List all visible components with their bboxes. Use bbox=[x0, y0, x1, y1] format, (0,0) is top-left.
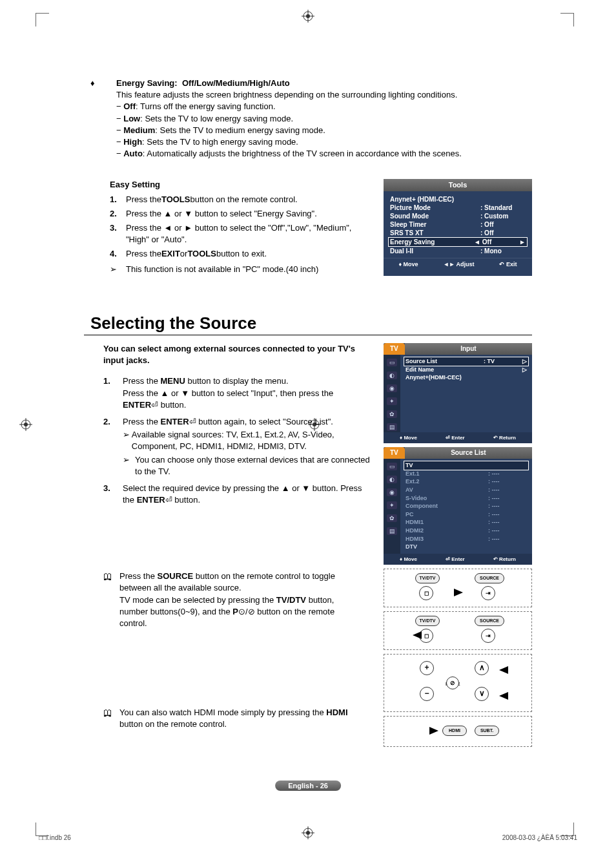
arrow-right-icon bbox=[429, 727, 438, 735]
step: 1.Press the MENU button to display the m… bbox=[103, 375, 371, 411]
tools-osd-rows: Anynet+ (HDMI-CEC)Picture Mode: Standard… bbox=[384, 191, 532, 258]
manual-page: ♦ Energy Saving: Off/Low/Medium/High/Aut… bbox=[0, 0, 616, 849]
sound-category-icon: ◉ bbox=[387, 488, 397, 496]
tools-row: Energy Saving◄ Off► bbox=[388, 237, 528, 247]
tools-row: SRS TS XT: Off bbox=[390, 229, 526, 237]
osd-row: Source List: TV▷ bbox=[404, 357, 528, 366]
picture-category-icon: ◐ bbox=[387, 476, 397, 483]
digital-category-icon: ▤ bbox=[387, 527, 397, 535]
setup-category-icon: ✿ bbox=[387, 514, 397, 522]
easy-setting-heading: Easy Setting bbox=[110, 179, 371, 191]
tools-osd-title: Tools bbox=[384, 179, 532, 191]
step: 3.Select the required device by pressing… bbox=[103, 483, 371, 506]
easy-setting-note: ➢ This function is not available in "PC"… bbox=[110, 264, 371, 275]
osd-row: Edit Name▷ bbox=[406, 366, 527, 374]
source-round-button[interactable]: ⇥ bbox=[481, 586, 495, 600]
osd-category-icons: ▭ ◐ ◉ ✦ ✿ ▤ bbox=[384, 459, 400, 554]
osd-row: Ext.1: ---- bbox=[406, 470, 527, 478]
diamond-bullet-icon: ♦ bbox=[84, 78, 116, 160]
selecting-source-body: You can select among external sources co… bbox=[84, 343, 532, 747]
remote-tvdtv-source-2: TV/DTV ◻ SOURCE ⇥ bbox=[384, 611, 532, 650]
arrow-right-icon bbox=[454, 589, 463, 596]
tvdtv-round-button[interactable]: ◻ bbox=[419, 586, 433, 600]
tools-row: Picture Mode: Standard bbox=[390, 204, 526, 212]
osd-row: HDMI1: ---- bbox=[406, 518, 527, 527]
energy-saving-options: − Off: Turns off the energy saving funct… bbox=[116, 101, 532, 160]
arrow-left-icon bbox=[499, 666, 508, 674]
osd-row: AV: ---- bbox=[406, 486, 527, 494]
ch-down-button[interactable]: ∨ bbox=[475, 687, 489, 701]
energy-saving-option: − Auto: Automatically adjusts the bright… bbox=[116, 148, 532, 160]
selecting-source-heading: Selecting the Source bbox=[84, 311, 532, 335]
remote-hdmi: HDMI SUBT. bbox=[384, 716, 532, 747]
osd-row: PC: ---- bbox=[406, 510, 527, 519]
osd-row: S-Video: ---- bbox=[406, 494, 527, 503]
easy-setting-steps: 1.Press the TOOLS button on the remote c… bbox=[110, 194, 371, 262]
channel-category-icon: ✦ bbox=[387, 397, 397, 405]
return-hint: ↶ Return bbox=[493, 434, 516, 441]
step: 3.Press the ◄ or ► button to select the … bbox=[110, 222, 371, 247]
setup-category-icon: ✿ bbox=[387, 410, 397, 418]
footer-timestamp: 2008-03-03 ¿ÀÈÄ 5:03:41 bbox=[502, 834, 577, 841]
osd-row: HDMI3: ---- bbox=[406, 535, 527, 543]
energy-saving-section: ♦ Energy Saving: Off/Low/Medium/High/Aut… bbox=[84, 78, 532, 160]
osd-rows: TVExt.1: ----Ext.2: ----AV: ----S-Video:… bbox=[400, 459, 532, 554]
channel-category-icon: ✦ bbox=[387, 501, 397, 509]
tools-row: Sleep Timer: Off bbox=[390, 220, 526, 229]
move-hint: ♦ Move bbox=[400, 556, 417, 563]
mute-button[interactable]: ⊘ bbox=[446, 676, 459, 689]
arrow-left-icon bbox=[413, 631, 422, 639]
source-note-2: 🕮 You can also watch HDMI mode simply by… bbox=[103, 707, 371, 730]
move-hint: ♦ Move bbox=[400, 434, 417, 441]
source-button-label[interactable]: SOURCE bbox=[475, 616, 504, 626]
energy-saving-desc: This feature adjusts the screen brightne… bbox=[116, 89, 532, 101]
vol-up-button[interactable]: + bbox=[420, 661, 434, 675]
source-button-label[interactable]: SOURCE bbox=[475, 573, 504, 583]
tvdtv-button[interactable]: TV/DTV bbox=[415, 573, 440, 583]
picture-category-icon: ◐ bbox=[387, 372, 397, 379]
tools-row: Anynet+ (HDMI-CEC) bbox=[390, 195, 526, 204]
arrow-left-icon bbox=[499, 692, 508, 700]
step: 1.Press the TOOLS button on the remote c… bbox=[110, 194, 371, 207]
remote-note-icon: 🕮 bbox=[103, 571, 119, 629]
digital-category-icon: ▤ bbox=[387, 423, 397, 431]
input-osd: TV Input ▭ ◐ ◉ ✦ ✿ ▤ Source List: TV▷Edi… bbox=[384, 343, 532, 443]
selecting-source-intro: You can select among external sources co… bbox=[103, 343, 371, 366]
step: 2.Press the ▲ or ▼ button to select "Ene… bbox=[110, 208, 371, 221]
footer-file-info: □□i.indb 26 bbox=[39, 834, 71, 841]
osd-row: DTV bbox=[406, 543, 527, 551]
ch-up-button[interactable]: ∧ bbox=[475, 661, 489, 675]
osd-footer: ♦ Move ⏎ Enter ↶ Return bbox=[384, 432, 532, 443]
source-note-1: 🕮 Press the SOURCE button on the remote … bbox=[103, 571, 371, 629]
subt-button[interactable]: SUBT. bbox=[475, 726, 499, 736]
osd-title: Source List bbox=[405, 447, 532, 459]
step: 4.Press the EXIT or TOOLS button to exit… bbox=[110, 248, 371, 261]
source-list-osd: TV Source List ▭ ◐ ◉ ✦ ✿ ▤ TVExt.1: ----… bbox=[384, 447, 532, 565]
osd-title: Input bbox=[405, 343, 532, 355]
energy-saving-option: − Off: Turns off the energy saving funct… bbox=[116, 101, 532, 112]
enter-hint: ⏎ Enter bbox=[446, 434, 465, 441]
energy-saving-option: − Low: Sets the TV to low energy saving … bbox=[116, 113, 532, 125]
osd-row: HDMI2: ---- bbox=[406, 527, 527, 535]
vol-down-button[interactable]: − bbox=[420, 687, 434, 701]
osd-category-icons: ▭ ◐ ◉ ✦ ✿ ▤ bbox=[384, 355, 400, 432]
input-category-icon: ▭ bbox=[387, 359, 397, 366]
return-hint: ↶ Return bbox=[493, 556, 516, 563]
tools-osd-footer: ♦ Move ◄► Adjust ↶ Exit bbox=[384, 258, 532, 271]
registration-mark-icon bbox=[302, 826, 314, 839]
step: 2.Press the ENTER⏎ button again, to sele… bbox=[103, 416, 371, 477]
registration-mark-icon bbox=[19, 418, 32, 431]
osd-row: TV bbox=[404, 461, 528, 470]
page-content: ♦ Energy Saving: Off/Low/Medium/High/Aut… bbox=[84, 78, 532, 747]
hdmi-button[interactable]: HDMI bbox=[442, 726, 467, 736]
enter-hint: ⏎ Enter bbox=[446, 556, 465, 563]
easy-setting-section: Easy Setting 1.Press the TOOLS button on… bbox=[84, 179, 532, 275]
tvdtv-button[interactable]: TV/DTV bbox=[415, 616, 440, 626]
energy-saving-option: − High: Sets the TV to high energy savin… bbox=[116, 136, 532, 148]
selecting-source-steps: 1.Press the MENU button to display the m… bbox=[103, 375, 371, 506]
tools-row: Sound Mode: Custom bbox=[390, 212, 526, 220]
exit-hint: ↶ Exit bbox=[499, 261, 517, 269]
osd-row: Ext.2: ---- bbox=[406, 477, 527, 486]
source-round-button[interactable]: ⇥ bbox=[481, 629, 495, 643]
crop-mark-icon bbox=[560, 13, 574, 26]
